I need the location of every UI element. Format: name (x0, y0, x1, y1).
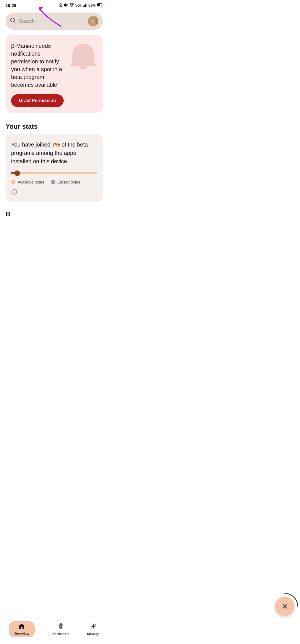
svg-line-10 (14, 21, 16, 23)
clock-icon (11, 190, 17, 196)
avatar-image (88, 16, 98, 26)
stats-percent: 7% (52, 142, 60, 148)
search-placeholder: Search (19, 18, 85, 24)
notification-card: β-Maniac needs notifications permission … (6, 35, 103, 113)
signal-bars (83, 3, 87, 8)
battery-icon (97, 3, 103, 8)
status-bar: 18:26 VOl) (0, 0, 108, 10)
closed-betas-dot (51, 180, 55, 184)
svg-rect-4 (84, 5, 85, 7)
svg-rect-18 (80, 66, 87, 69)
notification-bell-icon (67, 41, 100, 75)
stats-text: You have joined 7% of the beta programs … (11, 140, 97, 165)
battery-text: 68% (88, 3, 96, 8)
svg-rect-8 (97, 4, 100, 6)
peek-title: B (6, 210, 10, 218)
notification-text: β-Maniac needs notifications permission … (11, 42, 63, 89)
legend: Available betas Closed betas (11, 180, 97, 184)
status-time: 18:26 (6, 3, 16, 8)
svg-rect-3 (83, 6, 84, 7)
svg-rect-6 (86, 3, 87, 7)
svg-point-12 (89, 22, 98, 26)
bluetooth-icon (59, 3, 62, 8)
search-icon (10, 18, 16, 25)
search-container: Search (0, 10, 108, 33)
search-bar[interactable]: Search (6, 13, 103, 30)
svg-point-2 (71, 6, 72, 7)
progress-container (11, 172, 97, 174)
legend-closed-betas: Closed betas (51, 180, 80, 184)
mute-icon (64, 3, 68, 8)
progress-dot (14, 170, 20, 176)
closed-betas-label: Closed betas (58, 180, 80, 184)
next-section-peek: B (0, 207, 108, 218)
your-stats-title: Your stats (0, 118, 108, 134)
stats-card: You have joined 7% of the beta programs … (6, 134, 103, 202)
wifi-icon (69, 3, 74, 8)
grant-permission-button[interactable]: Grant Permission (11, 94, 64, 107)
available-betas-label: Available betas (18, 180, 44, 184)
progress-track (11, 172, 97, 174)
signal-text: VOl) (75, 4, 82, 7)
stats-text-before: You have joined (11, 142, 52, 148)
svg-rect-5 (85, 4, 86, 7)
status-icons: VOl) 68% (59, 3, 103, 8)
legend-available-betas: Available betas (11, 180, 44, 184)
available-betas-dot (11, 180, 16, 184)
clock-row (11, 189, 97, 196)
avatar[interactable] (88, 16, 98, 26)
